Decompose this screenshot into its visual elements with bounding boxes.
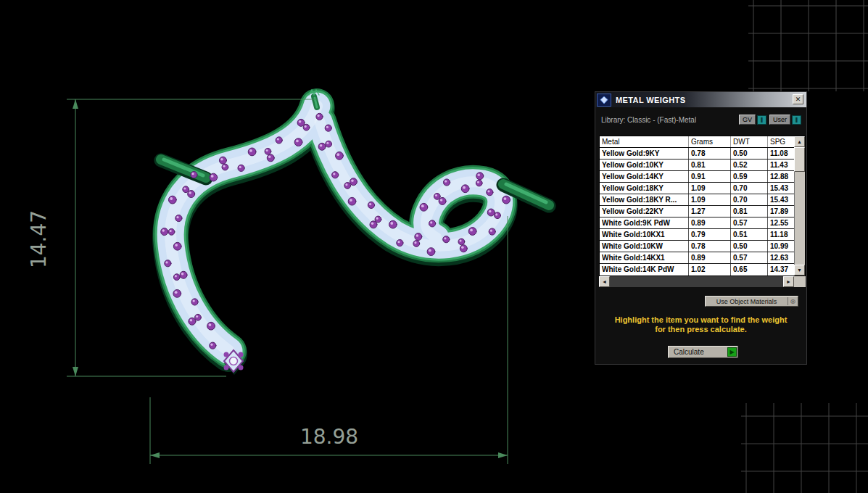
cell-metal: Yellow Gold:18KY <box>600 183 689 194</box>
metal-table-body: Yellow Gold:9KY0.780.5011.08Yellow Gold:… <box>600 148 805 276</box>
calculate-button[interactable]: Calculate ▶ <box>668 346 738 358</box>
cell-grams: 0.79 <box>689 229 731 240</box>
cell-dwt: 0.70 <box>731 194 768 205</box>
instruction-line-2: for then press calculate. <box>595 325 806 334</box>
scroll-right-icon[interactable]: ► <box>783 276 794 287</box>
cell-dwt: 0.65 <box>731 264 768 276</box>
horizontal-scroll-track[interactable] <box>610 276 783 287</box>
app-logo-icon <box>597 94 611 107</box>
table-row[interactable]: White Gold:10KW0.780.5010.99 <box>600 241 805 252</box>
cell-grams: 0.91 <box>689 171 731 182</box>
cell-grams: 1.02 <box>689 264 731 276</box>
cell-dwt: 0.81 <box>731 206 768 217</box>
metal-weights-table: MetalGramsDWTSPG Yellow Gold:9KY0.780.50… <box>599 136 806 276</box>
cell-grams: 0.89 <box>689 218 731 228</box>
dropdown-target-icon[interactable]: ◎ <box>788 297 798 305</box>
cell-dwt: 0.57 <box>731 218 768 228</box>
cell-metal: Yellow Gold:22KY <box>600 206 689 217</box>
table-row[interactable]: Yellow Gold:22KY1.270.8117.89 <box>600 206 805 218</box>
calculate-play-icon: ▶ <box>727 347 737 357</box>
cell-grams: 0.81 <box>689 160 731 170</box>
cell-dwt: 0.50 <box>731 148 768 159</box>
gv-indicator-icon[interactable]: ❚ <box>757 115 766 125</box>
close-icon[interactable]: ✕ <box>793 94 803 104</box>
cell-grams: 1.27 <box>689 206 731 217</box>
cell-grams: 1.09 <box>689 194 731 205</box>
instruction-line-1: Highlight the item you want to find the … <box>595 315 806 325</box>
scrollbar-corner <box>794 276 806 287</box>
table-row[interactable]: Yellow Gold:9KY0.780.5011.08 <box>600 148 805 160</box>
user-indicator-icon[interactable]: ❚ <box>792 115 801 125</box>
dimension-width-label: 18.98 <box>300 425 358 449</box>
instruction-text: Highlight the item you want to find the … <box>595 315 806 334</box>
cell-metal: White Gold:10KW <box>600 241 689 252</box>
scroll-left-icon[interactable]: ◄ <box>599 276 610 287</box>
scroll-up-icon[interactable]: ▲ <box>794 136 805 147</box>
pendant-model <box>161 90 549 375</box>
cell-grams: 1.09 <box>689 183 731 194</box>
dialog-title: METAL WEIGHTS <box>616 96 685 104</box>
cell-grams: 0.78 <box>689 241 731 252</box>
table-row[interactable]: Yellow Gold:18KY1.090.7015.43 <box>600 183 805 194</box>
dimension-height-label: 14.47 <box>27 210 51 268</box>
cell-dwt: 0.51 <box>731 229 768 240</box>
vertical-scrollbar[interactable]: ▲ ▼ <box>794 136 805 276</box>
cell-dwt: 0.70 <box>731 183 768 194</box>
table-row[interactable]: Yellow Gold:14KY0.910.5912.88 <box>600 171 805 183</box>
metal-weights-dialog: METAL WEIGHTS ✕ Library: Classic - (Fast… <box>595 91 807 365</box>
cell-dwt: 0.57 <box>731 252 768 263</box>
header-cell-dwt[interactable]: DWT <box>731 136 768 147</box>
scroll-down-icon[interactable]: ▼ <box>794 265 805 276</box>
cell-grams: 0.89 <box>689 252 731 263</box>
user-button[interactable]: User <box>769 115 790 125</box>
cell-dwt: 0.50 <box>731 241 768 252</box>
table-row[interactable]: White Gold:14KX10.890.5712.63 <box>600 252 805 264</box>
table-header-row: MetalGramsDWTSPG <box>600 136 805 148</box>
viewport-grid-top-right <box>748 0 868 91</box>
calculate-label: Calculate <box>669 348 727 356</box>
cell-metal: White Gold:10KX1 <box>600 229 689 240</box>
horizontal-scrollbar[interactable]: ◄ ► <box>599 276 806 287</box>
cell-metal: White Gold:14KX1 <box>600 252 689 263</box>
vertical-scroll-thumb[interactable] <box>794 147 805 172</box>
table-row[interactable]: White Gold:14K PdW1.020.6514.37 <box>600 264 805 276</box>
table-row[interactable]: White Gold:9K PdW0.890.5712.55 <box>600 218 805 229</box>
dialog-title-bar[interactable]: METAL WEIGHTS ✕ <box>595 92 806 107</box>
materials-dropdown[interactable]: Use Object Materials ◎ <box>705 296 798 307</box>
table-row[interactable]: White Gold:10KX10.790.5111.18 <box>600 229 805 241</box>
table-row[interactable]: Yellow Gold:18KY R...1.090.7015.43 <box>600 194 805 206</box>
header-cell-metal[interactable]: Metal <box>600 136 689 147</box>
cell-metal: Yellow Gold:9KY <box>600 148 689 159</box>
viewport-grid-bottom-right <box>741 403 868 493</box>
gv-button[interactable]: GV <box>739 115 756 125</box>
materials-dropdown-label: Use Object Materials <box>706 298 788 305</box>
cell-dwt: 0.52 <box>731 160 768 170</box>
header-cell-grams[interactable]: Grams <box>689 136 731 147</box>
cell-metal: White Gold:14K PdW <box>600 264 689 276</box>
cell-metal: Yellow Gold:18KY R... <box>600 194 689 205</box>
cell-metal: Yellow Gold:14KY <box>600 171 689 182</box>
table-row[interactable]: Yellow Gold:10KY0.810.5211.43 <box>600 160 805 171</box>
cell-metal: White Gold:9K PdW <box>600 218 689 228</box>
cell-dwt: 0.59 <box>731 171 768 182</box>
cell-metal: Yellow Gold:10KY <box>600 160 689 170</box>
cell-grams: 0.78 <box>689 148 731 159</box>
library-label: Library: Classic - (Fast)-Metal <box>601 116 696 124</box>
